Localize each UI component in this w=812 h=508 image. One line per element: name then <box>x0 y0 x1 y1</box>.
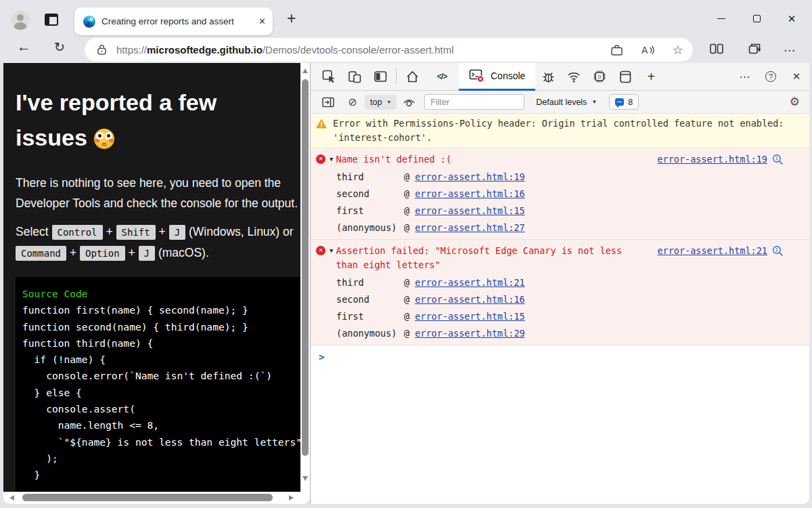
select-label: Select <box>16 225 49 238</box>
stack-source-link[interactable]: error-assert.html:15 <box>415 308 525 325</box>
lock-icon[interactable] <box>97 44 107 56</box>
clear-console-icon[interactable]: ⊘ <box>340 91 365 114</box>
svg-text:A: A <box>641 45 648 56</box>
function-name: third <box>336 274 404 291</box>
stack-source-link[interactable]: error-assert.html:16 <box>415 291 525 308</box>
stack-source-link[interactable]: error-assert.html:15 <box>415 203 525 219</box>
inspect-magnifier-icon[interactable] <box>772 154 784 165</box>
split-screen-icon[interactable] <box>709 42 724 56</box>
log-levels-dropdown[interactable]: Default levels ▼ <box>536 98 597 107</box>
devtools-close-icon[interactable]: ✕ <box>784 63 809 91</box>
vertical-scroll-thumb[interactable] <box>302 79 309 456</box>
stack-source-link[interactable]: error-assert.html:21 <box>415 274 525 291</box>
expand-triangle-icon[interactable]: ▼ <box>330 156 333 163</box>
page-horizontal-scrollbar[interactable] <box>3 492 310 504</box>
at-symbol: @ <box>404 291 409 308</box>
stack-source-link[interactable]: error-assert.html:16 <box>415 186 525 203</box>
devtools-help-icon[interactable]: ? <box>758 63 784 91</box>
profile-avatar[interactable] <box>11 11 30 30</box>
warning-text: Error with Permissions-Policy header: Or… <box>333 117 793 145</box>
device-emulation-icon[interactable] <box>342 63 367 91</box>
code-line: function third(name) { <box>22 335 300 352</box>
collections-icon[interactable] <box>747 42 762 56</box>
memory-icon[interactable] <box>612 63 638 91</box>
app-available-icon[interactable] <box>610 44 623 56</box>
sources-tab-icon[interactable]: </> <box>425 63 459 91</box>
console-prompt[interactable]: > <box>311 345 809 362</box>
error-text: Name isn't defined :( <box>336 152 451 167</box>
error-text: Assertion failed: "Microsoft Edge Canary… <box>336 244 633 272</box>
javascript-context-selector[interactable]: top ▼ <box>365 95 397 110</box>
inspect-element-icon[interactable] <box>316 63 342 91</box>
performance-cpu-icon[interactable]: 0 <box>587 63 612 91</box>
source-link[interactable]: error-assert.html:21 <box>657 245 767 256</box>
minimize-button[interactable] <box>704 0 739 37</box>
code-line: } else { <box>22 385 300 401</box>
code-line: } <box>22 467 300 483</box>
address-bar[interactable]: https://microsoftedge.github.io/Demos/de… <box>85 38 693 62</box>
network-conditions-icon[interactable] <box>561 63 587 91</box>
scroll-right-arrow[interactable] <box>289 495 294 501</box>
plus-separator: + <box>159 225 166 238</box>
at-symbol: @ <box>404 203 409 219</box>
source-link[interactable]: error-assert.html:19 <box>657 154 767 165</box>
at-symbol: @ <box>404 186 409 203</box>
new-tab-button[interactable]: + <box>287 9 296 28</box>
devtools-main-toolbar: </> Console <box>311 63 809 91</box>
code-line: function first(name) { second(name); } <box>22 302 300 318</box>
warning-icon <box>316 119 327 129</box>
tab-close-icon[interactable]: ✕ <box>258 16 266 26</box>
browser-menu-icon[interactable]: ⋯ <box>784 43 796 58</box>
page-heading-text: I've reported a few issues <box>16 89 217 150</box>
reload-button[interactable]: ↻ <box>54 39 65 55</box>
favorite-star-icon[interactable]: ☆ <box>673 43 683 58</box>
at-symbol: @ <box>404 325 409 342</box>
at-symbol: @ <box>404 169 409 186</box>
console-sidebar-icon[interactable] <box>316 91 340 114</box>
console-toolbar: ⊘ top ▼ Default levels ▼ 8 ⚙ <box>311 91 809 114</box>
stack-trace: third@error-assert.html:21 second@error-… <box>311 274 809 342</box>
browser-tab[interactable]: Creating error reports and assert ✕ <box>74 7 273 35</box>
function-name: (anonymous) <box>336 219 404 236</box>
tab-title: Creating error reports and assert <box>102 16 254 26</box>
tab-console[interactable]: Console <box>459 63 535 91</box>
help-glyph: ? <box>765 71 776 82</box>
close-window-button[interactable]: ✕ <box>774 0 809 37</box>
welcome-tab-icon[interactable] <box>399 63 425 91</box>
filter-input[interactable] <box>424 94 524 110</box>
maximize-button[interactable] <box>739 0 774 37</box>
scroll-down-arrow[interactable] <box>302 476 308 481</box>
horizontal-scroll-thumb[interactable] <box>22 494 273 501</box>
kbd-control: Control <box>52 225 103 240</box>
console-output: Error with Permissions-Policy header: Or… <box>311 114 809 504</box>
stack-source-link[interactable]: error-assert.html:27 <box>415 219 525 236</box>
scroll-left-arrow[interactable] <box>9 495 14 501</box>
issues-counter-button[interactable]: 8 <box>609 94 639 110</box>
back-button[interactable]: ← <box>17 39 31 55</box>
stack-source-link[interactable]: error-assert.html:29 <box>415 325 525 342</box>
live-expression-icon[interactable] <box>397 91 421 114</box>
console-settings-icon[interactable]: ⚙ <box>790 95 800 109</box>
url-text[interactable]: https://microsoftedge.github.io/Demos/de… <box>116 44 593 56</box>
url-domain: microsoftedge.github.io <box>147 44 263 56</box>
expand-triangle-icon[interactable]: ▼ <box>330 247 333 254</box>
dock-side-icon[interactable] <box>367 63 393 91</box>
workspaces-icon[interactable] <box>45 14 58 26</box>
read-aloud-icon[interactable]: A <box>641 44 655 56</box>
issues-bug-icon[interactable] <box>535 63 561 91</box>
more-tabs-button[interactable]: + <box>638 63 664 91</box>
at-symbol: @ <box>404 219 409 236</box>
prompt-chevron-icon: > <box>319 352 325 362</box>
code-line: console.assert( <box>22 401 300 417</box>
flushed-face-emoji <box>94 129 114 149</box>
edge-logo-icon <box>83 16 95 28</box>
devtools-panel: </> Console <box>310 63 809 504</box>
stack-source-link[interactable]: error-assert.html:19 <box>415 169 525 186</box>
inspect-magnifier-icon[interactable] <box>772 245 784 257</box>
code-line: console.error(`Name isn't defined :(`) <box>22 368 300 384</box>
issues-bubble-icon <box>615 98 624 106</box>
devtools-menu-icon[interactable]: ⋯ <box>732 63 758 91</box>
issues-count: 8 <box>628 98 633 107</box>
scroll-up-arrow[interactable] <box>302 68 308 73</box>
page-vertical-scrollbar[interactable] <box>300 63 310 492</box>
